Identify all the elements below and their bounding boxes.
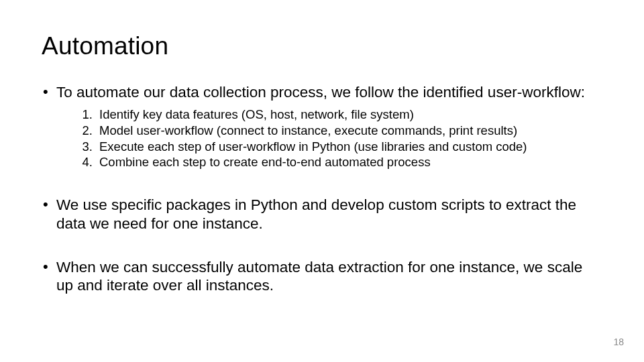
slide-title: Automation — [42, 32, 602, 60]
bullet-list-2: We use specific packages in Python and d… — [42, 196, 602, 233]
step-number: 4. — [80, 154, 99, 170]
step-text: Identify key data features (OS, host, ne… — [99, 107, 414, 123]
page-number: 18 — [613, 337, 624, 347]
step-text: Combine each step to create end-to-end a… — [99, 154, 431, 170]
bullet-list: To automate our data collection process,… — [42, 83, 602, 101]
step-number: 3. — [80, 139, 99, 155]
step-2: 2. Model user-workflow (connect to insta… — [80, 123, 602, 139]
step-3: 3. Execute each step of user-workflow in… — [80, 139, 602, 155]
step-1: 1. Identify key data features (OS, host,… — [80, 107, 602, 123]
step-number: 2. — [80, 123, 99, 139]
slide: Automation To automate our data collecti… — [0, 0, 644, 362]
step-text: Model user-workflow (connect to instance… — [99, 123, 517, 139]
bullet-item-3: When we can successfully automate data e… — [42, 258, 602, 295]
step-4: 4. Combine each step to create end-to-en… — [80, 154, 602, 170]
spacer — [42, 238, 602, 258]
step-text: Execute each step of user-workflow in Py… — [99, 139, 527, 155]
step-number: 1. — [80, 107, 99, 123]
bullet-item-2: We use specific packages in Python and d… — [42, 196, 602, 233]
bullet-item-1: To automate our data collection process,… — [42, 83, 602, 101]
numbered-list: 1. Identify key data features (OS, host,… — [80, 107, 602, 170]
bullet-list-3: When we can successfully automate data e… — [42, 258, 602, 295]
